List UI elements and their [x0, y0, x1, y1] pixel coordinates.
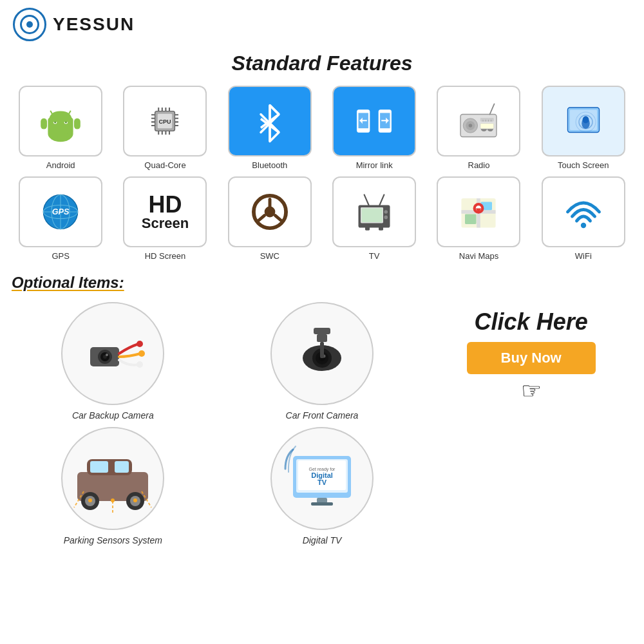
header: YESSUN — [0, 0, 644, 45]
feature-box-tv — [332, 176, 416, 247]
feature-hd-screen: HD Screen HD Screen — [116, 176, 214, 261]
svg-rect-128 — [317, 498, 327, 503]
svg-point-61 — [582, 116, 589, 123]
bluetooth-icon — [247, 99, 292, 144]
feature-label-quad-core: Quad-Core — [144, 160, 185, 170]
svg-text:TV: TV — [317, 478, 327, 486]
optional-title-text: Optional Items: — [12, 274, 124, 291]
optional-circle-backup — [61, 302, 164, 405]
radio-icon — [456, 99, 501, 144]
wifi-icon — [561, 189, 606, 234]
optional-circle-parking — [61, 427, 164, 530]
svg-point-96 — [106, 354, 108, 356]
feature-box-cpu: CPU — [123, 86, 207, 156]
svg-rect-110 — [90, 461, 108, 473]
svg-rect-7 — [74, 118, 80, 129]
standard-features-title: Standard Features — [0, 45, 644, 86]
feature-box-bluetooth — [228, 86, 312, 156]
feature-bluetooth: Bluetooth — [221, 86, 319, 170]
feature-swc: SWC — [221, 176, 319, 261]
feature-gps: GPS GPS — [12, 176, 109, 261]
optional-label-backup: Car Backup Camera — [72, 410, 154, 421]
svg-rect-6 — [41, 118, 47, 129]
svg-line-74 — [275, 216, 281, 221]
brand-name: YESSUN — [53, 14, 135, 35]
feature-box-maps — [437, 176, 520, 247]
standard-features-grid: Android CPU — [0, 86, 644, 267]
svg-point-98 — [138, 350, 145, 357]
hand-pointer-icon: ☞ — [521, 377, 542, 404]
logo-dot — [26, 21, 33, 28]
svg-line-77 — [365, 194, 369, 205]
logo-circle — [13, 8, 46, 41]
feature-label-mirror: Mirror link — [356, 160, 393, 170]
hd-content: HD Screen — [142, 193, 189, 231]
feature-box-gps: GPS — [19, 176, 102, 247]
front-camera-icon — [280, 312, 364, 395]
svg-point-71 — [264, 207, 275, 218]
optional-parking: Parking Sensors System — [12, 427, 214, 545]
optional-digital-tv: Get ready for Digital TV Digital TV — [221, 427, 424, 545]
svg-point-120 — [111, 498, 115, 502]
svg-rect-57 — [480, 124, 494, 129]
optional-backup-camera: Car Backup Camera — [12, 302, 214, 421]
optional-title: Optional Items: — [0, 267, 644, 296]
svg-point-121 — [133, 498, 137, 502]
feature-quad-core: CPU — [116, 86, 214, 170]
feature-label-touch: Touch Screen — [558, 160, 609, 170]
svg-line-56 — [490, 104, 495, 114]
backup-camera-icon — [71, 312, 155, 395]
feature-label-swc: SWC — [260, 251, 279, 261]
optional-dvr: Click Here Buy Now ☞ — [430, 302, 632, 421]
navi-maps-icon — [456, 189, 501, 234]
optional-front-camera: Car Front Camera — [221, 302, 424, 421]
feature-box-android — [19, 86, 102, 156]
buy-now-button[interactable]: Buy Now — [467, 342, 596, 374]
svg-point-99 — [137, 361, 143, 368]
svg-rect-111 — [115, 461, 129, 473]
touch-screen-icon — [561, 99, 606, 144]
cpu-icon: CPU — [142, 99, 187, 144]
optional-items-grid: Car Backup Camera Car Front Camera — [0, 296, 644, 552]
hd-text: HD — [148, 193, 182, 216]
optional-label-parking: Parking Sensors System — [64, 535, 162, 545]
feature-radio: Radio — [430, 86, 527, 170]
feature-wifi: WiFi — [535, 176, 632, 261]
svg-rect-87 — [465, 214, 477, 224]
feature-box-touch — [542, 86, 625, 156]
feature-label-maps: Navi Maps — [459, 251, 498, 261]
feature-label-android: Android — [46, 160, 75, 170]
svg-rect-9 — [63, 133, 68, 141]
svg-text:GPS: GPS — [52, 207, 70, 216]
feature-label-hd: HD Screen — [145, 251, 186, 261]
svg-point-10 — [54, 122, 56, 124]
optional-circle-digital-tv: Get ready for Digital TV — [270, 427, 374, 530]
feature-navi-maps: Navi Maps — [430, 176, 527, 261]
svg-point-79 — [384, 210, 388, 214]
feature-box-swc — [228, 176, 312, 247]
feature-box-radio — [437, 86, 520, 156]
svg-point-48 — [469, 124, 473, 128]
swc-icon — [247, 189, 292, 234]
feature-label-gps: GPS — [52, 251, 69, 261]
optional-label-front: Car Front Camera — [286, 410, 359, 421]
feature-label-radio: Radio — [468, 160, 490, 170]
svg-rect-49 — [480, 118, 494, 122]
svg-line-32 — [270, 106, 279, 115]
svg-rect-107 — [320, 342, 324, 358]
svg-point-97 — [137, 341, 143, 347]
svg-rect-101 — [317, 334, 327, 342]
svg-line-78 — [380, 194, 384, 205]
feature-box-hd: HD Screen — [123, 176, 207, 247]
android-icon — [38, 99, 83, 144]
svg-rect-129 — [311, 502, 333, 506]
feature-box-mirror — [332, 86, 416, 156]
feature-mirror-link: Mirror link — [325, 86, 423, 170]
feature-touch-screen: Touch Screen — [535, 86, 632, 170]
feature-box-wifi — [542, 176, 625, 247]
svg-point-119 — [88, 498, 92, 502]
svg-rect-8 — [53, 133, 58, 141]
digital-tv-icon: Get ready for Digital TV — [280, 437, 364, 520]
svg-rect-83 — [362, 208, 383, 222]
feature-label-bluetooth: Bluetooth — [252, 160, 287, 170]
